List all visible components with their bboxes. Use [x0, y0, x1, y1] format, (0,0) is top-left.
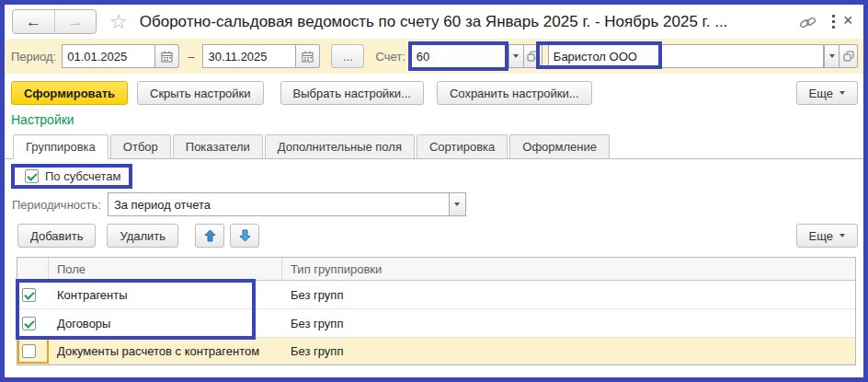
generate-button[interactable]: Сформировать	[11, 81, 128, 105]
period-from-calendar-button[interactable]	[155, 44, 179, 68]
period-to-calendar-button[interactable]	[296, 44, 320, 68]
table-row-selected[interactable]: Документы расчетов с контрагентом Без гр…	[17, 338, 855, 365]
tab-sorting[interactable]: Сортировка	[417, 134, 508, 158]
move-up-button[interactable]	[195, 224, 224, 248]
table-row[interactable]: Договоры Без групп	[17, 309, 855, 338]
open-list-icon	[843, 51, 854, 62]
row-checkbox[interactable]	[22, 317, 36, 330]
delete-button[interactable]: Удалить	[107, 224, 178, 248]
tab-indicators[interactable]: Показатели	[173, 134, 263, 158]
annotation-box-by-subaccounts: По субсчетам	[11, 164, 132, 189]
arrow-down-icon	[239, 229, 251, 242]
back-button[interactable]: ←	[13, 10, 54, 33]
organization-open-button[interactable]	[839, 44, 858, 68]
periodicity-label: Периодичность:	[12, 198, 101, 212]
chevron-down-icon	[454, 203, 460, 206]
periodicity-value: За период отчета	[108, 193, 449, 215]
chevron-down-icon	[513, 54, 519, 58]
close-icon[interactable]: ×	[843, 11, 851, 30]
grouping-table: Поле Тип группировки Контрагенты Без гру…	[17, 257, 856, 365]
focused-cell	[17, 338, 49, 364]
tab-grouping[interactable]: Группировка	[13, 134, 108, 159]
period-dash: –	[188, 50, 194, 64]
row-grouping-type: Без групп	[282, 288, 855, 302]
forward-button[interactable]: →	[54, 10, 96, 33]
by-subaccounts-label: По субсчетам	[45, 169, 121, 183]
account-label: Счет:	[375, 50, 405, 64]
table-row[interactable]: Контрагенты Без групп	[17, 281, 855, 309]
more-button-list[interactable]: Еще	[796, 224, 858, 248]
period-label: Период:	[11, 50, 56, 64]
row-field: Договоры	[49, 317, 282, 330]
calendar-icon	[302, 51, 314, 63]
chevron-down-icon	[839, 91, 845, 95]
get-link-icon[interactable]	[799, 14, 817, 34]
more-menu-icon[interactable]	[832, 15, 835, 29]
back-arrow-icon: ←	[26, 13, 41, 31]
account-dropdown-button[interactable]	[508, 44, 524, 68]
move-down-button[interactable]	[230, 224, 259, 248]
tab-formatting[interactable]: Оформление	[509, 134, 610, 158]
annotation-box-account	[408, 41, 508, 71]
choose-settings-button[interactable]: Выбрать настройки...	[280, 81, 424, 105]
organization-input[interactable]	[548, 44, 824, 68]
add-button[interactable]: Добавить	[17, 224, 96, 248]
calendar-icon	[161, 51, 173, 63]
table-header-row: Поле Тип группировки	[17, 258, 855, 281]
period-to-input[interactable]	[202, 44, 296, 68]
nav-history-group: ← →	[12, 9, 97, 34]
open-list-icon	[527, 51, 538, 62]
chevron-down-icon	[839, 234, 845, 237]
select-period-button[interactable]: ...	[331, 44, 364, 68]
save-settings-button[interactable]: Сохранить настройки...	[437, 81, 592, 105]
row-field: Документы расчетов с контрагентом	[49, 344, 282, 358]
title-bar: ← → ☆ Оборотно-сальдовая ведомость по сч…	[5, 5, 863, 39]
account-open-button[interactable]	[524, 44, 542, 68]
row-checkbox[interactable]	[22, 344, 36, 358]
row-grouping-type: Без групп	[282, 344, 855, 358]
forward-arrow-icon: →	[68, 13, 84, 31]
account-input[interactable]	[412, 45, 505, 67]
settings-tabs: Группировка Отбор Показатели Дополнитель…	[5, 134, 863, 159]
tab-additional-fields[interactable]: Дополнительные поля	[265, 134, 415, 158]
organization-dropdown-button[interactable]	[824, 44, 839, 68]
periodicity-row: Периодичность: За период отчета	[12, 192, 466, 216]
favorites-star-icon[interactable]: ☆	[109, 12, 128, 32]
period-from-input[interactable]	[62, 44, 155, 68]
action-bar: Сформировать Скрыть настройки Выбрать на…	[5, 75, 863, 110]
periodicity-select[interactable]: За период отчета	[108, 192, 466, 216]
settings-title: Настройки	[11, 112, 74, 127]
grouping-list-toolbar: Добавить Удалить Еще	[17, 224, 858, 248]
more-button-top[interactable]: Еще	[796, 81, 858, 105]
row-grouping-type: Без групп	[282, 317, 855, 330]
filter-toolbar: Период: – ... Счет:	[5, 39, 863, 74]
row-checkbox[interactable]	[22, 288, 36, 302]
header-field: Поле	[49, 258, 282, 280]
header-checkbox-column	[17, 258, 49, 280]
header-grouping-type: Тип группировки	[282, 262, 855, 276]
by-subaccounts-checkbox[interactable]	[25, 169, 39, 183]
row-field: Контрагенты	[49, 288, 282, 302]
chevron-down-icon	[829, 54, 835, 58]
page-title: Оборотно-сальдовая ведомость по счету 60…	[140, 13, 728, 31]
arrow-up-icon	[204, 229, 216, 242]
tab-selection[interactable]: Отбор	[110, 134, 171, 158]
hide-settings-button[interactable]: Скрыть настройки	[137, 81, 264, 105]
